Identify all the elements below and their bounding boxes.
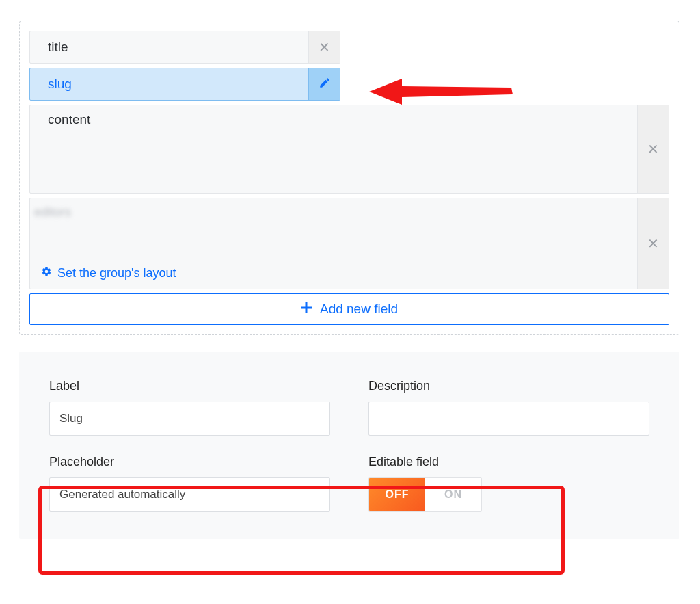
close-icon: ✕	[647, 235, 659, 252]
gear-icon	[41, 266, 52, 280]
add-field-label: Add new field	[320, 302, 398, 317]
editable-title: Editable field	[368, 455, 649, 469]
delete-field-button[interactable]: ✕	[308, 31, 340, 63]
svg-rect-28	[301, 307, 312, 309]
fields-panel: title ✕ slug content ✕	[19, 21, 679, 335]
editable-field-group: Editable field OFF ON	[368, 455, 649, 512]
toggle-on[interactable]: ON	[425, 478, 481, 511]
label-title: Label	[49, 379, 330, 393]
description-input[interactable]	[368, 402, 649, 436]
placeholder-input[interactable]	[49, 477, 330, 512]
placeholder-field-group: Placeholder	[49, 455, 330, 512]
field-row-slug[interactable]: slug	[29, 68, 340, 101]
close-icon: ✕	[319, 39, 330, 55]
field-row-group[interactable]: editors ✕ Set the group's layout	[29, 198, 669, 289]
editable-toggle[interactable]: OFF ON	[368, 477, 482, 512]
page-root: title ✕ slug content ✕	[19, 21, 679, 539]
field-label: slug	[44, 70, 308, 99]
drag-handle-icon[interactable]	[30, 105, 44, 193]
label-input[interactable]	[49, 402, 330, 436]
close-icon: ✕	[647, 141, 659, 157]
field-settings-panel: Label Description Placeholder Editable f…	[19, 352, 679, 539]
plus-icon	[301, 302, 312, 317]
delete-field-button[interactable]: ✕	[637, 105, 669, 193]
field-row-title[interactable]: title ✕	[29, 31, 340, 64]
description-title: Description	[368, 379, 649, 393]
label-field-group: Label	[49, 379, 330, 436]
field-row-content[interactable]: content ✕	[29, 105, 669, 194]
add-new-field-button[interactable]: Add new field	[29, 293, 669, 325]
field-label-blurred: editors	[30, 198, 637, 220]
field-label: title	[44, 33, 308, 62]
layout-link-text: Set the group's layout	[57, 266, 176, 280]
drag-handle-icon[interactable]	[30, 71, 44, 97]
delete-field-button[interactable]: ✕	[637, 198, 669, 289]
set-group-layout-link[interactable]: Set the group's layout	[41, 266, 176, 280]
drag-handle-icon[interactable]	[30, 34, 44, 60]
edit-field-button[interactable]	[308, 68, 340, 100]
pencil-icon	[319, 77, 331, 92]
description-field-group: Description	[368, 379, 649, 436]
toggle-off[interactable]: OFF	[369, 478, 425, 511]
field-label: content	[44, 105, 637, 134]
placeholder-title: Placeholder	[49, 455, 330, 469]
